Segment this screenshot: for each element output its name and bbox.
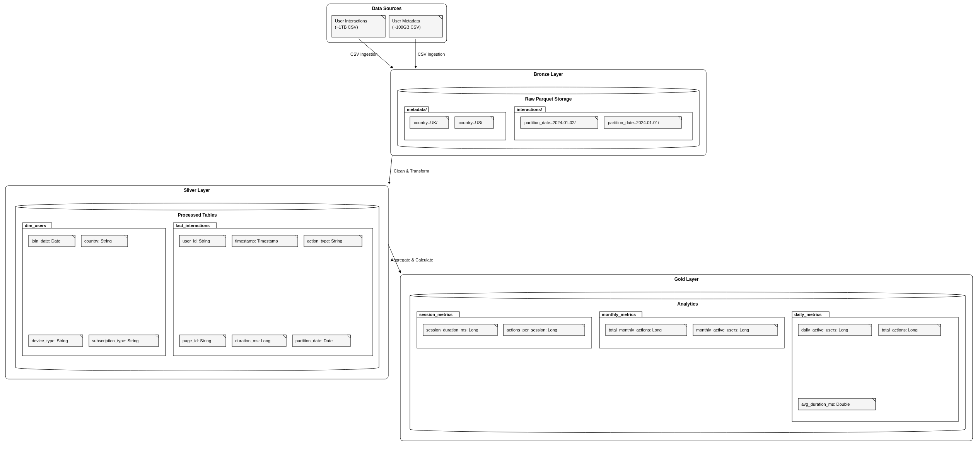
svg-text:user_id: String: user_id: String [183,239,210,243]
note-country-us: country=US/ [455,117,493,128]
svg-text:session_metrics: session_metrics [419,312,452,317]
note-user-metadata: User Metadata (~100GB CSV) [389,15,442,37]
svg-text:metadata/: metadata/ [407,107,427,112]
note-country-uk: country=UK/ [410,117,449,128]
svg-text:monthly_metrics: monthly_metrics [602,312,636,317]
svg-text:total_actions: Long: total_actions: Long [882,328,917,332]
db-analytics: Analytics session_metrics session_durati… [410,292,965,433]
db-raw-parquet: Raw Parquet Storage metadata/ country=UK… [398,87,699,149]
svg-text:CSV Ingestion: CSV Ingestion [418,52,445,56]
folder-daily-metrics: daily_metrics daily_active_users: Long t… [792,312,958,422]
note-duration-ms: duration_ms: Long [232,335,286,347]
svg-text:duration_ms: Long: duration_ms: Long [235,338,270,343]
note-country-str: country: String [81,235,128,247]
svg-text:avg_duration_ms: Double: avg_duration_ms: Double [801,402,850,406]
layer-title-sources: Data Sources [372,6,402,11]
layer-bronze: Bronze Layer Raw Parquet Storage metadat… [391,70,706,155]
svg-text:CSV Ingestion: CSV Ingestion [350,52,377,56]
svg-text:interactions/: interactions/ [517,107,542,112]
svg-text:Raw Parquet Storage: Raw Parquet Storage [525,96,572,102]
svg-text:Silver Layer: Silver Layer [184,188,210,193]
svg-text:join_date: Date: join_date: Date [31,239,60,243]
svg-text:(~1TB CSV): (~1TB CSV) [335,25,358,29]
svg-text:User Interactions: User Interactions [335,19,367,23]
svg-text:timestamp: Timestamp: timestamp: Timestamp [235,239,278,243]
svg-text:Bronze Layer: Bronze Layer [534,72,563,77]
svg-text:actions_per_session: Long: actions_per_session: Long [507,328,557,332]
svg-text:Analytics: Analytics [677,301,698,307]
note-subscription-type: subscription_type: String [89,335,159,347]
note-total-monthly: total_monthly_actions: Long [606,324,687,336]
svg-text:partition_date: Date: partition_date: Date [295,338,333,343]
note-part-0101: partition_date=2024-01-01/ [604,117,681,128]
layer-gold: Gold Layer Analytics session_metrics ses… [400,275,973,441]
note-part-0102: partition_date=2024-01-02/ [521,117,598,128]
folder-dim-users: dim_users join_date: Date country: Strin… [22,223,166,356]
svg-text:User Metadata: User Metadata [392,19,420,23]
db-processed-tables: Processed Tables dim_users join_date: Da… [15,203,379,371]
svg-text:subscription_type: String: subscription_type: String [92,338,138,343]
svg-text:device_type: String: device_type: String [32,338,68,343]
folder-monthly-metrics: monthly_metrics total_monthly_actions: L… [599,312,784,348]
note-daily-active: daily_active_users: Long [798,324,872,336]
layer-data-sources: Data Sources User Interactions (~1TB CSV… [327,4,447,43]
note-session-duration: session_duration_ms: Long [423,324,497,336]
svg-text:(~100GB CSV): (~100GB CSV) [392,25,421,29]
note-join-date: join_date: Date [29,235,75,247]
svg-text:fact_interactions: fact_interactions [176,223,210,228]
svg-text:session_duration_ms: Long: session_duration_ms: Long [426,328,478,332]
svg-text:country=UK/: country=UK/ [414,120,438,125]
note-total-actions: total_actions: Long [879,324,941,336]
svg-text:Gold Layer: Gold Layer [674,277,699,282]
layer-title-silver: Silver Layer [184,188,210,193]
svg-text:daily_active_users: Long: daily_active_users: Long [801,328,848,332]
note-actions-per-session: actions_per_session: Long [504,324,585,336]
svg-text:partition_date=2024-01-02/: partition_date=2024-01-02/ [524,120,576,125]
svg-text:Aggregate & Calculate: Aggregate & Calculate [391,258,433,262]
diagram-canvas: Data Sources User Interactions (~1TB CSV… [0,0,980,456]
layer-title-gold: Gold Layer [674,277,699,282]
svg-text:partition_date=2024-01-01/: partition_date=2024-01-01/ [608,120,659,125]
layer-silver: Silver Layer Processed Tables dim_users … [5,186,388,379]
svg-text:total_monthly_actions: Long: total_monthly_actions: Long [609,328,662,332]
note-user-interactions: User Interactions (~1TB CSV) [332,15,385,37]
folder-fact-interactions: fact_interactions user_id: String timest… [173,223,373,356]
folder-session-metrics: session_metrics session_duration_ms: Lon… [417,312,592,348]
svg-text:country=US/: country=US/ [459,120,483,125]
svg-text:monthly_active_users: Long: monthly_active_users: Long [696,328,749,332]
svg-text:Data Sources: Data Sources [372,6,402,11]
note-user-id: user_id: String [179,235,226,247]
svg-text:dim_users: dim_users [25,223,46,228]
svg-text:Clean & Transform: Clean & Transform [394,169,429,173]
folder-metadata: metadata/ country=UK/ country=US/ [405,107,506,140]
svg-text:daily_metrics: daily_metrics [794,312,821,317]
folder-interactions: interactions/ partition_date=2024-01-02/… [514,107,692,140]
svg-text:page_id: String: page_id: String [183,338,211,343]
note-device-type: device_type: String [29,335,83,347]
note-monthly-active: monthly_active_users: Long [693,324,777,336]
note-action-type: action_type: String [304,235,362,247]
svg-text:country: String: country: String [84,239,112,243]
note-partition-date: partition_date: Date [292,335,350,347]
note-avg-duration: avg_duration_ms: Double [798,398,876,410]
layer-title-bronze: Bronze Layer [534,72,563,77]
note-page-id: page_id: String [179,335,226,347]
svg-text:action_type: String: action_type: String [307,239,342,243]
svg-text:Processed Tables: Processed Tables [178,212,217,218]
note-timestamp: timestamp: Timestamp [232,235,298,247]
